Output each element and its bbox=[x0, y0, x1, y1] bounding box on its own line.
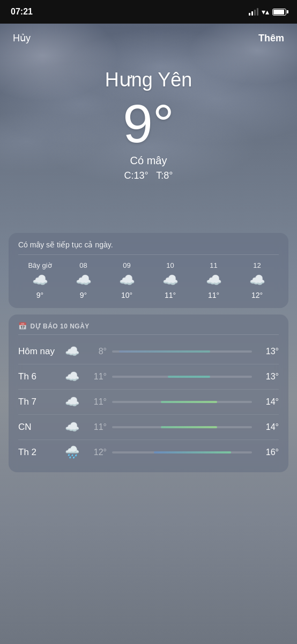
forecast-bar bbox=[168, 376, 210, 378]
forecast-day: Th 7 bbox=[18, 397, 61, 407]
hour-icon: ☁️ bbox=[76, 273, 92, 288]
main-weather: Hưng Yên 9° Có mây C:13° T:8° bbox=[0, 53, 297, 192]
hour-temp: 11° bbox=[208, 291, 219, 299]
forecast-bar bbox=[154, 451, 231, 453]
forecast-icon: ☁️ bbox=[61, 395, 83, 409]
forecast-card: 📅 DỰ BÁO 10 NGÀY Hôm nay ☁️ 8° 13° Th 6 … bbox=[9, 314, 288, 472]
hour-icon: ☁️ bbox=[249, 273, 265, 288]
forecast-bar bbox=[161, 426, 217, 428]
forecast-title: DỰ BÁO 10 NGÀY bbox=[31, 323, 90, 330]
forecast-low: 8° bbox=[83, 347, 107, 356]
forecast-icon: ☁️ bbox=[61, 345, 83, 358]
temp-range: C:13° T:8° bbox=[11, 170, 286, 181]
wifi-icon: ▾▴ bbox=[262, 8, 269, 16]
hour-item: 11 ☁️ 11° bbox=[192, 261, 235, 299]
forecast-row: Th 6 ☁️ 11° 13° bbox=[18, 364, 279, 390]
hour-icon: ☁️ bbox=[162, 273, 179, 288]
forecast-bar-container bbox=[112, 426, 252, 428]
add-button[interactable]: Thêm bbox=[258, 33, 284, 44]
forecast-row: CN ☁️ 11° 14° bbox=[18, 415, 279, 440]
forecast-bar-container bbox=[112, 376, 252, 378]
hourly-description: Có mây sẽ tiếp tục cả ngày. bbox=[18, 240, 279, 255]
hourly-row: Bây giờ ☁️ 9° 08 ☁️ 9° 09 ☁️ 10° 10 ☁️ 1… bbox=[18, 261, 279, 299]
hour-temp: 10° bbox=[121, 291, 132, 299]
forecast-low: 11° bbox=[83, 372, 107, 382]
hour-item: 10 ☁️ 11° bbox=[148, 261, 192, 299]
forecast-bar bbox=[119, 350, 210, 353]
battery-icon bbox=[272, 9, 286, 16]
weather-description: Có mây bbox=[11, 155, 286, 167]
city-name: Hưng Yên bbox=[11, 69, 286, 91]
hour-item: 12 ☁️ 12° bbox=[235, 261, 279, 299]
hour-icon: ☁️ bbox=[32, 273, 48, 288]
status-time: 07:21 bbox=[11, 7, 33, 17]
forecast-day: CN bbox=[18, 422, 61, 433]
forecast-row: Th 7 ☁️ 11° 14° bbox=[18, 390, 279, 415]
forecast-row: Th 2 🌧️ 12° 16° bbox=[18, 440, 279, 465]
weather-background: Hủy Thêm Hưng Yên 9° Có mây C:13° T:8° C… bbox=[0, 24, 297, 644]
forecast-day: Th 2 bbox=[18, 447, 61, 458]
forecast-day: Hôm nay bbox=[18, 346, 61, 357]
forecast-header: 📅 DỰ BÁO 10 NGÀY bbox=[18, 322, 279, 335]
forecast-bar-container bbox=[112, 451, 252, 453]
hour-label: 08 bbox=[79, 261, 87, 269]
battery-fill bbox=[273, 10, 284, 14]
hour-temp: 11° bbox=[165, 291, 176, 299]
forecast-bar-container bbox=[112, 401, 252, 403]
main-temperature: 9° bbox=[11, 97, 286, 150]
forecast-high: 13° bbox=[257, 372, 279, 382]
forecast-low: 12° bbox=[83, 448, 107, 457]
forecast-row: Hôm nay ☁️ 8° 13° bbox=[18, 339, 279, 364]
temp-low: T:8° bbox=[156, 170, 173, 181]
cards-area: Có mây sẽ tiếp tục cả ngày. Bây giờ ☁️ 9… bbox=[0, 233, 297, 472]
forecast-high: 13° bbox=[257, 347, 279, 356]
forecast-low: 11° bbox=[83, 397, 107, 407]
hour-temp: 9° bbox=[36, 291, 43, 299]
forecast-bar bbox=[161, 401, 217, 403]
forecast-high: 14° bbox=[257, 422, 279, 432]
temp-high: C:13° bbox=[124, 170, 148, 181]
forecast-bar-container bbox=[112, 350, 252, 353]
hour-item: Bây giờ ☁️ 9° bbox=[18, 261, 62, 299]
forecast-low: 11° bbox=[83, 422, 107, 432]
cancel-button[interactable]: Hủy bbox=[13, 32, 31, 44]
hourly-card: Có mây sẽ tiếp tục cả ngày. Bây giờ ☁️ 9… bbox=[9, 233, 288, 308]
forecast-day: Th 6 bbox=[18, 371, 61, 382]
status-bar: 07:21 ▾▴ bbox=[0, 0, 297, 24]
hour-item: 09 ☁️ 10° bbox=[105, 261, 148, 299]
hour-label: 10 bbox=[166, 261, 174, 269]
calendar-icon: 📅 bbox=[18, 322, 27, 330]
forecast-icon: ☁️ bbox=[61, 420, 83, 434]
hour-icon: ☁️ bbox=[119, 273, 135, 288]
nav-bar: Hủy Thêm bbox=[0, 24, 297, 53]
hour-label: Bây giờ bbox=[28, 261, 51, 269]
forecast-icon: 🌧️ bbox=[61, 445, 83, 459]
hour-label: 12 bbox=[253, 261, 261, 269]
status-icons: ▾▴ bbox=[249, 8, 286, 16]
forecast-high: 16° bbox=[257, 448, 279, 457]
forecast-high: 14° bbox=[257, 397, 279, 407]
hour-temp: 9° bbox=[80, 291, 87, 299]
signal-icon bbox=[249, 8, 258, 16]
forecast-list: Hôm nay ☁️ 8° 13° Th 6 ☁️ 11° 13° Th 7 ☁… bbox=[18, 339, 279, 465]
forecast-icon: ☁️ bbox=[61, 370, 83, 384]
hour-temp: 12° bbox=[251, 291, 263, 299]
hour-label: 09 bbox=[123, 261, 130, 269]
hour-label: 11 bbox=[210, 261, 217, 269]
hour-item: 08 ☁️ 9° bbox=[62, 261, 105, 299]
hour-icon: ☁️ bbox=[206, 273, 222, 288]
